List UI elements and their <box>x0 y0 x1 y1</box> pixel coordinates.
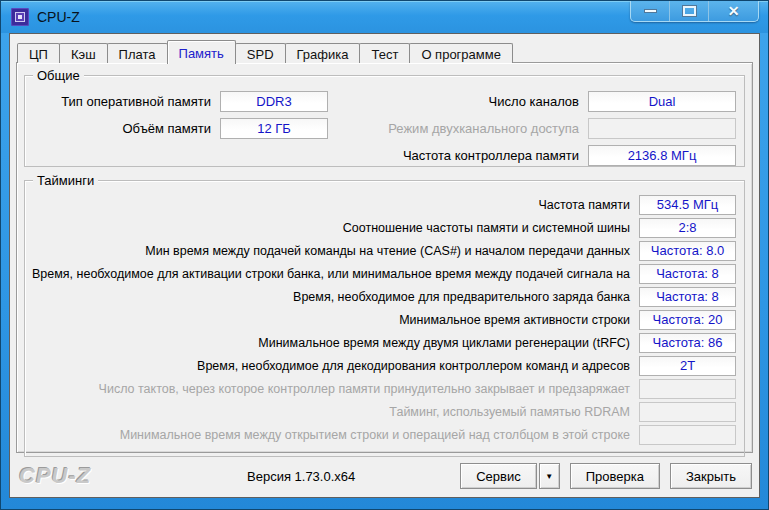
group-general: Общие Тип оперативной памятиDDR3Объём па… <box>24 75 745 167</box>
field-row: Число тактов, через которое контроллер п… <box>33 377 736 400</box>
field-row: Частота памяти534.5 МГц <box>33 193 736 216</box>
field-row: Число каналовDual <box>345 88 736 115</box>
tab-memory[interactable]: Память <box>167 40 236 64</box>
footer: CPU-Z Версия 1.73.0.x64 Сервис ▼ Проверк… <box>10 455 759 497</box>
field-label: Тип оперативной памяти <box>33 94 211 109</box>
minimize-icon <box>644 9 657 13</box>
close-icon: ✕ <box>728 3 740 19</box>
field-label: Число каналов <box>345 94 579 109</box>
field-row: Режим двухканального доступа <box>345 115 736 142</box>
memory-tab-page: Общие Тип оперативной памятиDDR3Объём па… <box>16 62 753 453</box>
tab-graphics[interactable]: Графика <box>285 43 361 63</box>
close-button[interactable]: ✕ <box>709 1 758 21</box>
field-row: Минимальное время между открытием строки… <box>33 423 736 446</box>
field-value-box: 2T <box>639 356 736 376</box>
tab-bench[interactable]: Тест <box>359 43 410 63</box>
tools-split-button: Сервис ▼ <box>460 463 560 489</box>
field-value-box: 2136.8 МГц <box>588 145 736 166</box>
chevron-down-icon: ▼ <box>545 472 553 481</box>
group-timings-title: Тайминги <box>33 173 98 188</box>
field-label: Частота контроллера памяти <box>345 148 579 163</box>
group-general-title: Общие <box>33 68 84 83</box>
field-label: Число тактов, через которое контроллер п… <box>99 382 630 396</box>
validate-button[interactable]: Проверка <box>570 463 660 489</box>
field-label: Тайминг, используемый памятью RDRAM <box>389 405 630 419</box>
app-icon <box>11 8 29 26</box>
field-label: Соотношение частоты памяти и системной ш… <box>343 221 630 235</box>
tab-bar: ЦПКэшПлатаПамятьSPDГрафикаТестО программ… <box>17 39 512 63</box>
field-label: Мин время между подачей команды на чтени… <box>145 244 630 258</box>
field-value-box: DDR3 <box>220 91 328 112</box>
version-text: Версия 1.73.0.x64 <box>247 469 355 484</box>
title-bar[interactable]: CPU-Z ✕ <box>1 1 768 33</box>
field-row: Мин время между подачей команды на чтени… <box>33 239 736 262</box>
field-label: Минимальное время между открытием строки… <box>120 428 630 442</box>
field-value-box: Частота: 8 <box>639 264 736 284</box>
field-value-box: Частота: 20 <box>639 310 736 330</box>
field-value-box <box>588 118 736 139</box>
field-value-box: Частота: 8.0 <box>639 241 736 261</box>
field-row: Время, необходимое для активации строки … <box>33 262 736 285</box>
general-left: Тип оперативной памятиDDR3Объём памяти12… <box>33 88 328 169</box>
app-window: CPU-Z ✕ ЦПКэшПлатаПамятьSPDГрафикаТестО … <box>0 0 769 510</box>
field-row: Время, необходимое для декодирования кон… <box>33 354 736 377</box>
tools-button[interactable]: Сервис <box>460 463 537 489</box>
minimize-button[interactable] <box>631 1 670 21</box>
group-timings: Тайминги Частота памяти534.5 МГцСоотноше… <box>24 180 745 457</box>
field-value-box: Частота: 8 <box>639 287 736 307</box>
field-value-box: 2:8 <box>639 218 736 238</box>
cpuz-logo: CPU-Z <box>19 463 91 489</box>
field-label: Время, необходимое для активации строки … <box>32 267 630 281</box>
general-right: Число каналовDualРежим двухканального до… <box>345 88 736 169</box>
field-label: Минимальное время между двумя циклами ре… <box>258 336 630 350</box>
field-value-box: Dual <box>588 91 736 112</box>
field-label: Объём памяти <box>33 121 211 136</box>
field-row: Частота контроллера памяти2136.8 МГц <box>345 142 736 169</box>
field-value-box <box>639 425 736 445</box>
field-row: Соотношение частоты памяти и системной ш… <box>33 216 736 239</box>
field-label: Время, необходимое для декодирования кон… <box>197 359 630 373</box>
field-value-box <box>639 379 736 399</box>
timings-rows: Частота памяти534.5 МГцСоотношение часто… <box>33 193 736 450</box>
maximize-icon <box>683 6 696 16</box>
window-title: CPU-Z <box>37 9 80 25</box>
dialog-client-area: ЦПКэшПлатаПамятьSPDГрафикаТестО программ… <box>9 33 760 498</box>
tab-cpu[interactable]: ЦП <box>17 43 60 63</box>
field-value-box: 12 ГБ <box>220 118 328 139</box>
field-value-box: 534.5 МГц <box>639 195 736 215</box>
tab-spd[interactable]: SPD <box>235 43 286 63</box>
field-label: Частота памяти <box>538 198 630 212</box>
field-row: Тип оперативной памятиDDR3 <box>33 88 328 115</box>
maximize-button[interactable] <box>670 1 709 21</box>
tools-dropdown-button[interactable]: ▼ <box>539 463 560 489</box>
tab-mainboard[interactable]: Плата <box>107 43 168 63</box>
field-row: Время, необходимое для предварительного … <box>33 285 736 308</box>
window-controls: ✕ <box>630 1 759 22</box>
field-row: Минимальное время между двумя циклами ре… <box>33 331 736 354</box>
footer-buttons: Сервис ▼ Проверка Закрыть <box>460 463 752 489</box>
field-label: Режим двухканального доступа <box>345 121 579 136</box>
field-row: Минимальное время активности строкиЧасто… <box>33 308 736 331</box>
field-value-box <box>639 402 736 422</box>
tab-cache[interactable]: Кэш <box>59 43 108 63</box>
field-value-box: Частота: 86 <box>639 333 736 353</box>
field-row: Объём памяти12 ГБ <box>33 115 328 142</box>
field-label: Минимальное время активности строки <box>399 313 630 327</box>
field-label: Время, необходимое для предварительного … <box>293 290 630 304</box>
tab-about[interactable]: О программе <box>409 43 513 63</box>
field-row: Тайминг, используемый памятью RDRAM <box>33 400 736 423</box>
close-dialog-button[interactable]: Закрыть <box>670 463 752 489</box>
